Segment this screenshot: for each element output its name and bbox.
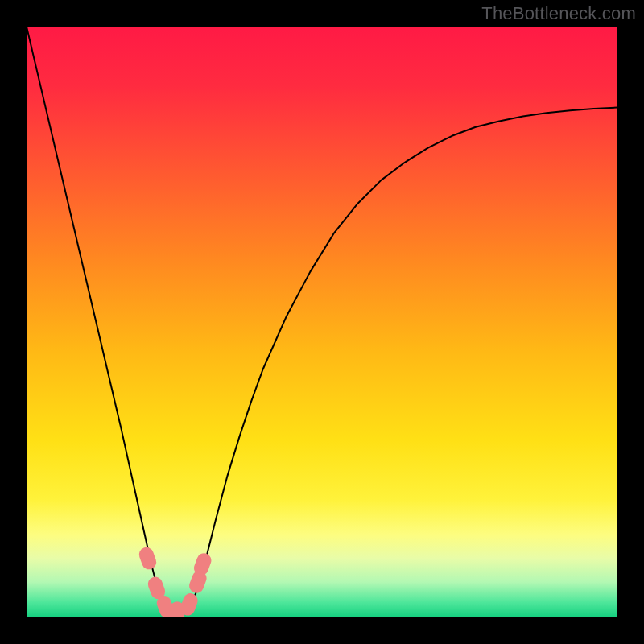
chart-frame: TheBottleneck.com bbox=[0, 0, 644, 644]
attribution-text: TheBottleneck.com bbox=[481, 3, 636, 24]
plot-area bbox=[27, 27, 617, 617]
chart-svg bbox=[27, 27, 617, 617]
